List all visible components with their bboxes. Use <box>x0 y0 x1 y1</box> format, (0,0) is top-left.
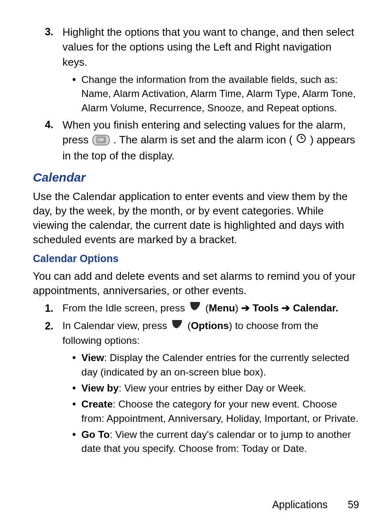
step-text: In Calendar view, press (Options) to cho… <box>62 319 359 348</box>
step-text: Highlight the options that you want to c… <box>62 25 359 69</box>
bullet-bold: Go To <box>81 429 110 440</box>
step-text: From the Idle screen, press (Menu) ➔ Too… <box>62 301 359 316</box>
bullet-text: Go To: View the current day's calendar o… <box>81 428 359 456</box>
text-fragment: ( <box>205 302 209 313</box>
bullet-text: Change the information from the availabl… <box>81 73 359 115</box>
tools-label: Tools <box>253 302 279 313</box>
bullet-rest: : View your entries by either Day or Wee… <box>119 382 307 394</box>
option-bullet-view: • View: Display the Calender entries for… <box>72 351 359 379</box>
ok-button-icon: OK <box>92 135 110 145</box>
bullet-dot: • <box>72 428 81 456</box>
bullet-dot: • <box>72 73 81 115</box>
bullet-bold: View <box>81 352 104 363</box>
option-bullet-go-to: • Go To: View the current day's calendar… <box>72 428 359 456</box>
step-4: 4. When you finish entering and selectin… <box>41 117 359 163</box>
step-number: 1. <box>41 301 53 316</box>
text-fragment: From the Idle screen, press <box>62 302 188 313</box>
menu-label: Menu <box>209 302 235 313</box>
arrow-icon: ➔ <box>281 302 293 313</box>
text-fragment: ) <box>235 302 241 313</box>
step-3-bullet: • Change the information from the availa… <box>72 73 359 115</box>
page-content: 3. Highlight the options that you want t… <box>33 25 359 456</box>
bullet-text: Create: Choose the category for your new… <box>81 397 359 426</box>
bullet-text: View by: View your entries by either Day… <box>81 381 359 395</box>
arrow-icon: ➔ <box>241 302 253 313</box>
bullet-rest: : Display the Calender entries for the c… <box>81 352 349 377</box>
text-fragment: In Calendar view, press <box>62 320 170 331</box>
bullet-rest: : View the current day's calendar or to … <box>81 429 351 454</box>
bullet-dot: • <box>72 381 81 395</box>
page-footer: Applications 59 <box>272 499 359 511</box>
calendar-label: Calendar. <box>293 302 338 313</box>
calendar-heading: Calendar <box>33 169 359 186</box>
text-fragment: . The alarm is set and the alarm icon ( <box>113 134 293 146</box>
bullet-rest: : Choose the category for your new event… <box>81 398 359 424</box>
options-label: Options <box>191 320 229 331</box>
bullet-dot: • <box>72 397 81 426</box>
options-step-1: 1. From the Idle screen, press (Menu) ➔ … <box>41 301 359 316</box>
left-softkey-icon <box>171 319 183 333</box>
bullet-bold: Create <box>81 398 113 410</box>
option-bullet-view-by: • View by: View your entries by either D… <box>72 381 359 395</box>
footer-section: Applications <box>272 499 327 510</box>
bullet-text: View: Display the Calender entries for t… <box>81 351 359 379</box>
calendar-options-paragraph: You can add and delete events and set al… <box>33 269 359 298</box>
clock-icon <box>296 132 306 147</box>
calendar-options-heading: Calendar Options <box>33 251 359 266</box>
step-number: 4. <box>41 117 53 163</box>
left-softkey-icon <box>189 301 201 315</box>
calendar-paragraph: Use the Calendar application to enter ev… <box>33 189 359 247</box>
option-bullet-create: • Create: Choose the category for your n… <box>72 397 359 426</box>
step-number: 2. <box>41 319 53 348</box>
bullet-bold: View by <box>81 382 119 394</box>
step-3: 3. Highlight the options that you want t… <box>41 25 359 69</box>
footer-page-number: 59 <box>348 499 359 510</box>
bullet-dot: • <box>72 351 81 379</box>
step-number: 3. <box>41 25 53 69</box>
options-step-2: 2. In Calendar view, press (Options) to … <box>41 319 359 348</box>
step-text: When you finish entering and selecting v… <box>62 117 359 163</box>
